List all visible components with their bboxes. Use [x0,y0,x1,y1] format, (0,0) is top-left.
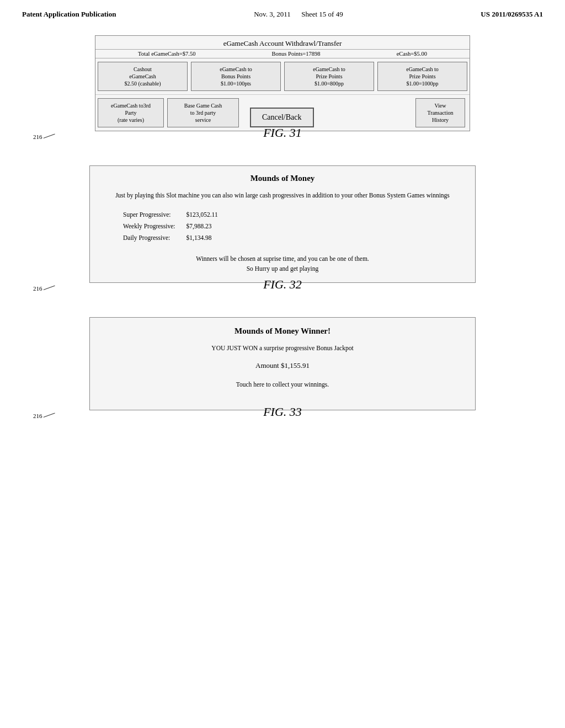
fig31-btn-bonus-points[interactable]: eGameCash to Bonus Points $1.00=100pts [191,62,281,91]
fig31-ecash: eCash=$5.00 [397,51,427,57]
fig31-total: Total eGameCash=$7.50 [138,51,195,57]
content-area: eGameCash Account Withdrawl/Transfer Tot… [0,24,565,456]
fig31-title-label: FIG. 31 [263,126,302,140]
weekly-label: Weekly Progressive: [123,221,186,232]
fig32-label-row: 216 FIG. 32 [33,283,532,301]
table-row: Super Progressive: $123,052.11 [123,209,229,221]
fig32-ref-number: 216 [33,285,42,292]
table-row: Daily Progressive: $1,134.98 [123,232,229,244]
fig31-label-row: 216 FIG. 31 [33,131,532,149]
daily-label: Daily Progressive: [123,232,186,244]
patent-header: Patent Application Publication Nov. 3, 2… [0,0,565,24]
fig31-title: eGameCash Account Withdrawl/Transfer [95,36,470,50]
daily-value: $1,134.98 [186,232,229,244]
fig33-label-row: 216 FIG. 33 [33,410,532,428]
weekly-value: $7,988.23 [186,221,229,232]
header-left: Patent Application Publication [22,10,116,19]
fig31-btn-prize-points-1000[interactable]: eGameCash to Prize Points $1.00=1000pp [377,62,467,91]
fig31-btn-cashout[interactable]: Cashout eGameCash $2.50 (cashable) [98,62,188,91]
fig32-table: Super Progressive: $123,052.11 Weekly Pr… [123,209,229,243]
figure-32-block: Mounds of Money Just by playing this Slo… [33,165,532,301]
fig33-title: Mounds of Money Winner! [90,318,475,341]
header-date: Nov. 3, 2011 [254,10,291,18]
fig32-progressives-data: Super Progressive: $123,052.11 Weekly Pr… [90,204,475,249]
fig31-ref-number: 216 [33,133,42,140]
fig33-ui-box: Mounds of Money Winner! YOU JUST WON a s… [89,317,476,410]
header-sheet: Sheet 15 of 49 [301,10,343,18]
fig33-subtitle: YOU JUST WON a surprise progressive Bonu… [90,341,475,355]
fig31-btn-base-game-cash[interactable]: Base Game Cash to 3rd party service [167,98,239,127]
fig31-view-history-button[interactable]: View Transaction History [415,98,465,127]
fig33-title-label: FIG. 33 [263,405,302,419]
fig31-btn-3rd-party[interactable]: eGameCash to3rd Party (rate varies) [98,98,164,127]
fig32-title-label: FIG. 32 [263,277,302,292]
fig31-btn-prize-points-800[interactable]: eGameCash to Prize Points $1.00=800pp [284,62,374,91]
fig31-subtitle-row: Total eGameCash=$7.50 Bonus Points=17898… [95,50,470,58]
figure-33-block: Mounds of Money Winner! YOU JUST WON a s… [33,317,532,428]
fig33-ref-number: 216 [33,413,42,419]
super-label: Super Progressive: [123,209,186,221]
fig32-subtitle: Just by playing this Slot machine you ca… [90,188,475,204]
fig31-cancel-button[interactable]: Cancel/Back [250,108,314,127]
fig33-amount: Amount $1,155.91 [90,355,475,377]
super-value: $123,052.11 [186,209,229,221]
fig31-top-buttons: Cashout eGameCash $2.50 (cashable) eGame… [95,58,470,95]
fig32-title: Mounds of Money [90,166,475,188]
figure-31-block: eGameCash Account Withdrawl/Transfer Tot… [33,35,532,149]
fig32-ui-box: Mounds of Money Just by playing this Slo… [89,165,476,283]
header-right: US 2011/0269535 A1 [481,10,543,19]
fig31-ui-box: eGameCash Account Withdrawl/Transfer Tot… [95,35,470,131]
table-row: Weekly Progressive: $7,988.23 [123,221,229,232]
fig31-bonus: Bonus Points=17898 [272,51,321,57]
header-center: Nov. 3, 2011 Sheet 15 of 49 [254,10,343,19]
